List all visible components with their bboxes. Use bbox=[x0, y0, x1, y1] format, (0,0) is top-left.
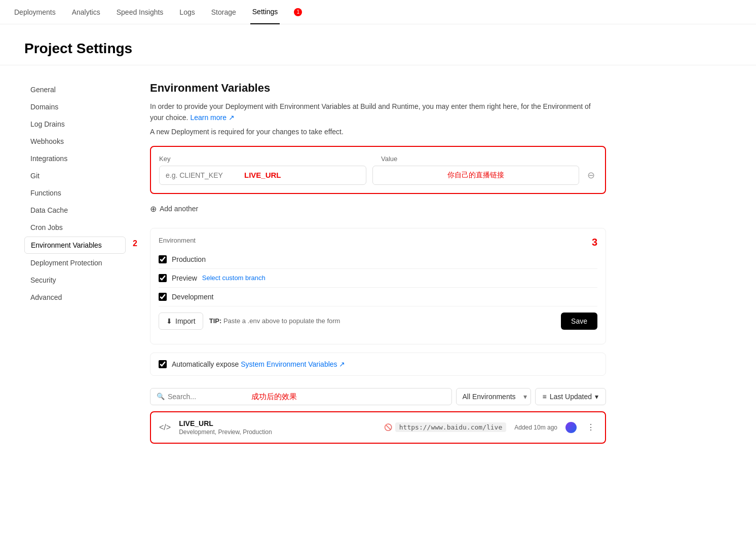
learn-more-link[interactable]: Learn more ↗ bbox=[190, 113, 234, 122]
var-menu-button[interactable]: ⋮ bbox=[585, 420, 597, 434]
action-row: ⬇ Import TIP: Paste a .env above to popu… bbox=[159, 306, 597, 336]
search-box: 🔍 bbox=[150, 388, 452, 405]
sidebar-item-webhooks[interactable]: Webhooks bbox=[24, 133, 126, 149]
environment-section: Environment 3 Production Preview Select … bbox=[150, 228, 606, 344]
sidebar-item-log-drains[interactable]: Log Drains bbox=[24, 116, 126, 132]
nav-item-speed-insights[interactable]: Speed Insights bbox=[115, 0, 166, 24]
settings-badge: 1 bbox=[294, 8, 302, 16]
import-button[interactable]: ⬇ Import bbox=[159, 313, 203, 330]
var-name: LIVE_URL bbox=[179, 419, 376, 427]
var-row: </> LIVE_URL Development, Preview, Produ… bbox=[150, 411, 606, 444]
sort-icon: ≡ bbox=[543, 393, 547, 401]
section-desc-1: In order to provide your Deployment with… bbox=[150, 101, 606, 124]
env-option-development: Development bbox=[159, 288, 597, 306]
auto-expose-checkbox[interactable] bbox=[159, 360, 167, 368]
preview-label: Preview bbox=[172, 274, 197, 282]
eye-slash-icon: 🚫 bbox=[384, 423, 392, 431]
sidebar-item-data-cache[interactable]: Data Cache bbox=[24, 202, 126, 218]
add-another-label: Add another bbox=[160, 205, 198, 213]
nav-item-storage[interactable]: Storage bbox=[209, 0, 238, 24]
auto-expose-text: Automatically expose System Environment … bbox=[172, 360, 345, 368]
var-avatar bbox=[565, 422, 577, 433]
production-checkbox[interactable] bbox=[159, 255, 167, 263]
section-title: Environment Variables bbox=[150, 82, 606, 95]
kv-row: LIVE_URL 你自己的直播链接 ⊖ bbox=[159, 166, 597, 185]
value-input[interactable] bbox=[372, 166, 580, 185]
sort-chevron-icon: ▾ bbox=[595, 393, 598, 401]
sidebar-item-security[interactable]: Security bbox=[24, 272, 126, 288]
content-area: Environment Variables In order to provid… bbox=[150, 82, 606, 444]
value-label: Value bbox=[381, 155, 597, 163]
sidebar-badge-2: 2 bbox=[133, 239, 137, 248]
search-input[interactable] bbox=[168, 393, 445, 401]
sidebar-item-git[interactable]: Git bbox=[24, 168, 126, 184]
nav-item-deployments[interactable]: Deployments bbox=[12, 0, 58, 24]
search-filter-row: 🔍 成功后的效果 All Environments ▾ ≡ Last Updat… bbox=[150, 388, 606, 405]
import-label: Import bbox=[175, 317, 196, 325]
annotation-3: 3 bbox=[592, 237, 597, 248]
save-button[interactable]: Save bbox=[561, 313, 597, 330]
success-annotation: 成功后的效果 bbox=[251, 392, 297, 402]
key-input[interactable] bbox=[159, 166, 366, 185]
sidebar-item-deployment-protection[interactable]: Deployment Protection bbox=[24, 255, 126, 271]
var-envs: Development, Preview, Production bbox=[179, 429, 376, 436]
select-branch-link[interactable]: Select custom branch bbox=[202, 274, 266, 282]
sidebar-item-domains[interactable]: Domains bbox=[24, 99, 126, 115]
preview-checkbox[interactable] bbox=[159, 274, 167, 282]
add-another-button[interactable]: ⊕ Add another bbox=[150, 202, 198, 216]
main-layout: General Domains Log Drains Webhooks Inte… bbox=[0, 65, 709, 460]
nav-item-logs[interactable]: Logs bbox=[177, 0, 197, 24]
sidebar-item-advanced[interactable]: Advanced bbox=[24, 289, 126, 305]
import-icon: ⬇ bbox=[166, 317, 172, 325]
var-info: LIVE_URL Development, Preview, Productio… bbox=[179, 419, 376, 436]
sidebar-item-functions[interactable]: Functions bbox=[24, 185, 126, 201]
env-label: Environment bbox=[159, 237, 597, 244]
sort-button[interactable]: ≡ Last Updated ▾ bbox=[535, 388, 606, 405]
var-masked: 🚫 https://www.baidu.com/live bbox=[384, 422, 507, 432]
nav-item-analytics[interactable]: Analytics bbox=[70, 0, 102, 24]
key-label: Key bbox=[159, 155, 375, 163]
sidebar: General Domains Log Drains Webhooks Inte… bbox=[24, 82, 126, 444]
env-option-preview: Preview Select custom branch bbox=[159, 269, 597, 288]
remove-kv-button[interactable]: ⊖ bbox=[585, 168, 597, 183]
sidebar-item-general[interactable]: General bbox=[24, 82, 126, 98]
production-label: Production bbox=[172, 255, 206, 263]
nav-item-settings[interactable]: Settings bbox=[250, 0, 280, 24]
page-title: Project Settings bbox=[24, 41, 732, 57]
kv-labels: Key Value bbox=[159, 155, 597, 163]
sidebar-item-env-vars[interactable]: Environment Variables 2 bbox=[24, 237, 126, 254]
sort-label: Last Updated bbox=[550, 393, 592, 401]
sidebar-item-integrations[interactable]: Integrations bbox=[24, 150, 126, 167]
top-nav: Deployments Analytics Speed Insights Log… bbox=[0, 0, 756, 24]
tip-text: TIP: Paste a .env above to populate the … bbox=[209, 317, 341, 325]
development-label: Development bbox=[172, 293, 214, 301]
section-note: A new Deployment is required for your ch… bbox=[150, 128, 606, 136]
auto-expose-row: Automatically expose System Environment … bbox=[150, 353, 606, 376]
var-time: Added 10m ago bbox=[514, 424, 557, 431]
env-filter-wrapper: All Environments ▾ bbox=[456, 388, 531, 405]
add-icon: ⊕ bbox=[150, 204, 157, 214]
system-env-link[interactable]: System Environment Variables ↗ bbox=[241, 360, 345, 368]
env-filter-select[interactable]: All Environments bbox=[456, 388, 531, 405]
page-header: Project Settings bbox=[0, 24, 756, 65]
kv-form: Key Value LIVE_URL 你自己的直播链接 ⊖ bbox=[150, 146, 606, 194]
code-icon: </> bbox=[159, 423, 171, 432]
development-checkbox[interactable] bbox=[159, 293, 167, 301]
env-option-production: Production bbox=[159, 250, 597, 269]
masked-value: https://www.baidu.com/live bbox=[395, 422, 507, 432]
search-icon: 🔍 bbox=[157, 393, 165, 400]
sidebar-item-cron-jobs[interactable]: Cron Jobs bbox=[24, 219, 126, 236]
